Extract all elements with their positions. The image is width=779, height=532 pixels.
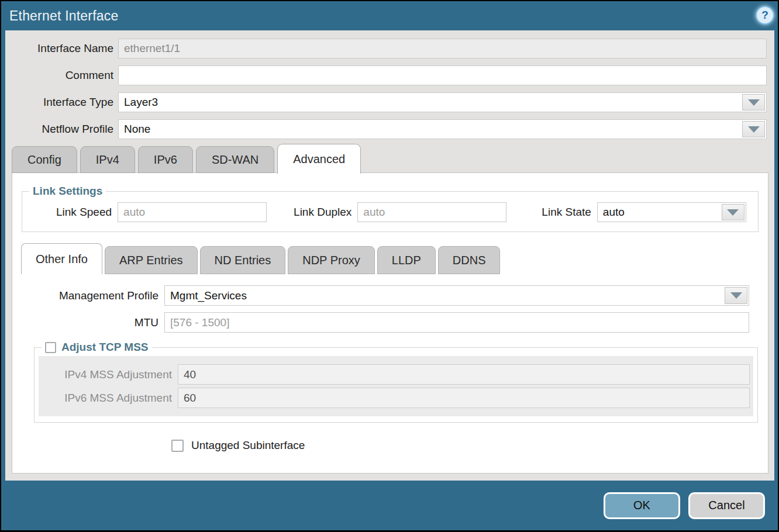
management-profile-value: Mgmt_Services [165,286,749,305]
interface-type-select[interactable]: Layer3 [118,92,767,112]
interface-name-input [118,39,767,58]
adjust-tcp-mss-checkbox[interactable] [45,342,56,353]
tab-ipv6[interactable]: IPv6 [138,146,193,173]
interface-type-dropdown-button[interactable] [742,94,765,110]
untagged-subinterface-label: Untagged Subinterface [191,439,305,452]
chevron-down-icon [748,126,760,133]
link-duplex-input[interactable] [357,202,506,222]
management-profile-label: Management Profile [12,289,164,302]
netflow-profile-value: None [119,120,766,139]
help-icon[interactable]: ? [756,6,774,25]
dialog-frame: Ethernet Interface ? Interface Name Comm… [1,1,778,530]
tab-ipv4[interactable]: IPv4 [80,146,135,173]
dialog-content: Interface Name Comment Interface Type [5,30,774,481]
comment-label: Comment [5,69,118,82]
management-profile-select[interactable]: Mgmt_Services [164,285,749,306]
adjust-tcp-mss-legend-text: Adjust TCP MSS [61,341,149,354]
subtab-arp-entries[interactable]: ARP Entries [105,246,198,274]
netflow-profile-row: Netflow Profile None [5,119,774,139]
link-speed-label: Link Speed [56,206,118,219]
adjust-tcp-mss-fieldset: Adjust TCP MSS IPv4 MSS Adjustment IPv6 … [34,341,758,423]
comment-row: Comment [5,65,774,85]
link-settings-fieldset: Link Settings Link Speed Link Duplex Lin… [22,185,759,232]
chevron-down-icon [748,99,760,106]
comment-input[interactable] [118,65,767,85]
subtab-ndp-proxy[interactable]: NDP Proxy [288,246,375,274]
top-form: Interface Name Comment Interface Type [5,39,774,146]
netflow-profile-label: Netflow Profile [5,123,118,136]
untagged-subinterface-checkbox[interactable] [171,440,184,452]
advanced-tab-panel: Link Settings Link Speed Link Duplex Lin… [12,172,768,474]
sub-tab-bar: Other Info ARP Entries ND Entries NDP Pr… [12,244,768,274]
chevron-down-icon [730,292,742,299]
subtab-other-info[interactable]: Other Info [21,243,102,274]
management-profile-dropdown-button[interactable] [725,287,747,304]
ipv4-mss-label: IPv4 MSS Adjustment [39,368,178,381]
link-settings-row: Link Speed Link Duplex Link State auto [22,198,758,232]
interface-type-label: Interface Type [5,96,118,109]
tab-advanced[interactable]: Advanced [277,144,361,174]
link-state-label: Link State [542,206,597,219]
interface-name-label: Interface Name [5,42,118,55]
ipv4-mss-input [178,364,750,385]
mtu-row: MTU [12,312,768,333]
link-settings-legend: Link Settings [29,185,106,198]
link-state-dropdown-button[interactable] [722,204,744,220]
ethernet-interface-dialog: Ethernet Interface ? Interface Name Comm… [0,0,779,532]
mtu-input[interactable] [164,312,749,333]
adjust-tcp-mss-legend: Adjust TCP MSS [42,341,152,354]
dialog-title: Ethernet Interface [1,8,118,24]
subtab-nd-entries[interactable]: ND Entries [200,246,286,274]
main-tab-bar: Config IPv4 IPv6 SD-WAN Advanced [12,144,768,173]
interface-type-row: Interface Type Layer3 [5,92,774,112]
netflow-profile-dropdown-button[interactable] [742,121,765,137]
ipv4-mss-row: IPv4 MSS Adjustment [39,364,753,385]
link-duplex-label: Link Duplex [294,206,357,219]
interface-type-value: Layer3 [119,93,766,112]
interface-name-row: Interface Name [5,39,774,58]
ok-button[interactable]: OK [604,492,680,519]
untagged-subinterface-row: Untagged Subinterface [12,439,768,452]
subtab-lldp[interactable]: LLDP [377,246,436,274]
netflow-profile-select[interactable]: None [118,119,767,139]
link-state-select[interactable]: auto [597,202,746,222]
ipv6-mss-input [178,388,750,408]
management-profile-row: Management Profile Mgmt_Services [12,285,768,306]
mtu-label: MTU [12,316,164,329]
dialog-titlebar: Ethernet Interface ? [1,1,778,30]
cancel-button[interactable]: Cancel [688,492,765,519]
tab-config[interactable]: Config [12,146,77,173]
ipv6-mss-label: IPv6 MSS Adjustment [39,392,178,405]
tab-sdwan[interactable]: SD-WAN [196,146,274,173]
ipv6-mss-row: IPv6 MSS Adjustment [39,388,753,408]
subtab-ddns[interactable]: DDNS [438,246,501,274]
dialog-footer: OK Cancel [1,481,778,530]
mss-disabled-area: IPv4 MSS Adjustment IPv6 MSS Adjustment [39,356,753,416]
link-speed-input[interactable] [118,202,267,222]
chevron-down-icon [727,209,739,216]
